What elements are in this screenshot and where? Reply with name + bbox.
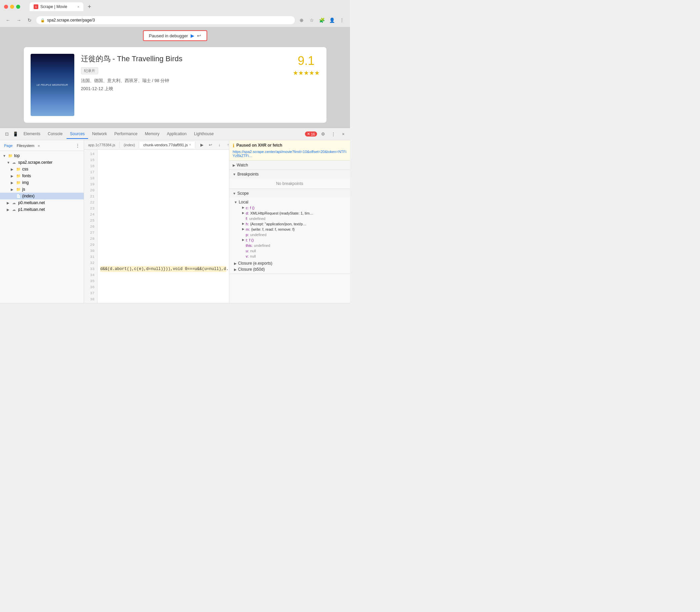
code-line-29 — [100, 242, 226, 248]
reload-button[interactable]: ↻ — [26, 16, 33, 24]
tree-item-index[interactable]: ▶ 📄 (index) — [0, 193, 84, 199]
scope-var-m[interactable]: ▶m: {write: f, read: f, remove: f} — [239, 227, 347, 232]
tab-lighthouse[interactable]: Lighthouse — [191, 129, 217, 139]
local-header[interactable]: ▼ Local — [233, 199, 347, 205]
line-number-19: 19 — [84, 181, 97, 187]
tab-performance[interactable]: Performance — [111, 129, 141, 139]
back-button[interactable]: ← — [4, 16, 12, 24]
code-line-15 — [100, 157, 226, 163]
editor-tab-chunk[interactable]: chunk-vendors.77daf991.js × — [139, 142, 195, 148]
minimize-traffic-light[interactable] — [10, 5, 14, 9]
resume-button[interactable]: ▶ — [191, 33, 194, 38]
scope-var-h[interactable]: ▶h: {Accept: "application/json, text/p… — [239, 221, 347, 227]
tree-item-spa2[interactable]: ▼ ☁ spa2.scrape.center — [0, 159, 84, 166]
tree-item-fonts[interactable]: ▶ 📁 fonts — [0, 172, 84, 179]
new-tab-button[interactable]: + — [85, 2, 94, 11]
tree-item-top[interactable]: ▼ 📁 top — [0, 152, 84, 159]
step-into-ctrl-btn[interactable]: ↓ — [215, 141, 223, 149]
tab-network[interactable]: Network — [89, 129, 110, 139]
paused-url: https://spa2.scrape.center/api/movie?lim… — [233, 150, 347, 158]
sidebar-tab-more[interactable]: » — [38, 143, 40, 148]
close-devtools-button[interactable]: × — [339, 130, 347, 138]
resume-ctrl-btn[interactable]: ▶ — [198, 141, 206, 149]
maximize-traffic-light[interactable] — [16, 5, 20, 9]
closure2-arrow-icon: ▶ — [234, 268, 237, 272]
scope-var-t[interactable]: ▶t: f () — [239, 237, 347, 243]
editor-controls: ▶ ↩ ↓ ↑ → ⊘ ⏸ — [195, 141, 229, 149]
watch-section-header[interactable]: ▶ Watch — [229, 161, 350, 169]
menu-icon[interactable]: ⋮ — [338, 16, 346, 24]
toolbar-right: ⊕ ☆ 🧩 👤 ⋮ — [297, 16, 346, 24]
tab-sources[interactable]: Sources — [67, 129, 88, 139]
tree-arrow-fonts: ▶ — [11, 174, 15, 178]
var-expand-arrow[interactable]: ▶ — [242, 211, 244, 214]
code-line-22 — [100, 199, 226, 206]
var-expand-arrow[interactable]: ▶ — [242, 238, 244, 241]
tree-item-css[interactable]: ▶ 📁 css — [0, 166, 84, 172]
tab-elements[interactable]: Elements — [20, 129, 44, 139]
error-badge: ✕ 16 — [305, 131, 317, 137]
settings-button[interactable]: ⚙ — [319, 130, 327, 138]
scope-var-c[interactable]: ▶c: f () — [239, 205, 347, 210]
var-expand-arrow[interactable]: ▶ — [242, 227, 244, 231]
line-number-23: 23 — [84, 206, 97, 211]
translate-icon[interactable]: ⊕ — [297, 16, 306, 24]
closure-header[interactable]: ▶ Closure (e.exports) — [233, 260, 347, 266]
select-element-icon[interactable]: ⊡ — [3, 130, 11, 138]
tab-bar: S Scrape | Movie × + — [26, 1, 346, 13]
scope-section-header[interactable]: ▼ Scope — [229, 189, 350, 198]
tree-item-img[interactable]: ▶ 📁 img — [0, 179, 84, 186]
editor-tab-close-icon[interactable]: × — [189, 143, 191, 147]
more-options-button[interactable]: ⋮ — [329, 130, 337, 138]
tab-application[interactable]: Application — [164, 129, 190, 139]
step-over-ctrl-btn[interactable]: ↩ — [207, 141, 214, 149]
code-content: 1415161718192021222324252627282930313233… — [84, 150, 229, 303]
movie-date: 2001-12-12 上映 — [81, 86, 286, 92]
tree-item-js[interactable]: ▶ 📁 js — [0, 186, 84, 193]
sidebar-menu-button[interactable]: ⋮ — [74, 142, 81, 149]
tab-close-btn[interactable]: × — [77, 5, 79, 9]
address-input[interactable]: 🔒 spa2.scrape.center/page/3 — [36, 16, 295, 24]
tab-console[interactable]: Console — [44, 129, 66, 139]
editor-tab-app[interactable]: app.1c778384.js — [84, 142, 120, 148]
var-key: f: — [246, 217, 248, 221]
tree-arrow-css: ▶ — [11, 167, 15, 171]
code-lines[interactable]: d&&(d.abort(),c(e),d=null)})),void 0===u… — [98, 150, 229, 303]
extensions-icon[interactable]: 🧩 — [318, 16, 326, 24]
scope-var-v: ▶v: null — [239, 253, 347, 259]
pretty-print-icon[interactable]: {} — [3, 305, 6, 306]
var-key: v: — [246, 254, 249, 258]
code-line-14 — [100, 151, 226, 157]
tab-memory[interactable]: Memory — [142, 129, 163, 139]
var-expand-arrow[interactable]: ▶ — [242, 222, 244, 225]
profile-icon[interactable]: 👤 — [328, 16, 336, 24]
step-button[interactable]: ↩ — [197, 33, 201, 38]
code-line-31 — [100, 254, 226, 260]
var-key: d: — [246, 211, 249, 215]
tree-label-p0: p0.meituan.net — [18, 200, 45, 205]
var-expand-arrow[interactable]: ▶ — [242, 206, 244, 209]
device-toggle-icon[interactable]: 📱 — [11, 130, 19, 138]
forward-button[interactable]: → — [15, 16, 23, 24]
step-out-ctrl-btn[interactable]: ↑ — [224, 141, 229, 149]
close-traffic-light[interactable] — [4, 5, 8, 9]
line-number-33: 33 — [84, 266, 97, 272]
line-number-17: 17 — [84, 169, 97, 175]
info-icon: ℹ — [233, 143, 234, 148]
sidebar-tab-filesystem[interactable]: Filesystem — [15, 143, 36, 148]
sidebar-tab-page[interactable]: Page — [3, 143, 14, 148]
breakpoints-section-header[interactable]: ▼ Breakpoints — [229, 170, 350, 179]
tree-label-js: js — [22, 187, 25, 192]
scope-var-d[interactable]: ▶d: XMLHttpRequest {readyState: 1, tim… — [239, 210, 347, 216]
movie-meta: 法国、德国、意大利、西班牙、瑞士 / 98 分钟 — [81, 78, 286, 84]
tree-item-p1[interactable]: ▶ ☁ p1.meituan.net — [0, 206, 84, 213]
scope-var-p: ▶p: undefined — [239, 232, 347, 237]
browser-tab-active[interactable]: S Scrape | Movie × — [30, 2, 83, 11]
tree-item-p0[interactable]: ▶ ☁ p0.meituan.net — [0, 199, 84, 206]
code-line-18 — [100, 175, 226, 181]
var-value: null — [250, 254, 256, 258]
line-number-26: 26 — [84, 224, 97, 230]
closure2-header[interactable]: ▶ Closure (b50d) — [233, 266, 347, 273]
editor-tab-index[interactable]: (index) — [120, 142, 140, 148]
bookmark-icon[interactable]: ☆ — [308, 16, 316, 24]
